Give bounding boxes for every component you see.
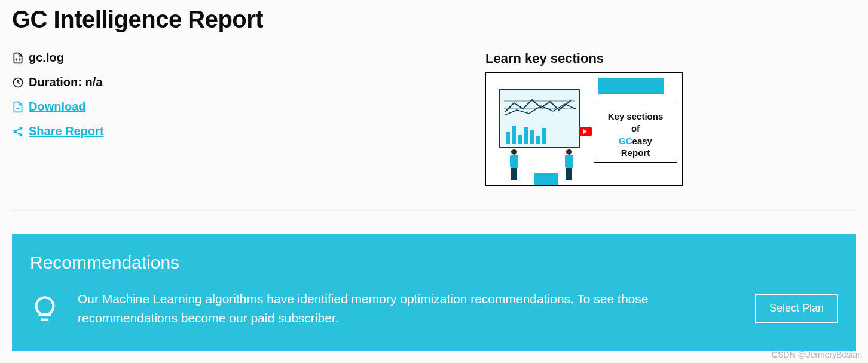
thumb-card-line: Key sections — [594, 111, 677, 123]
thumb-chart-illustration — [499, 89, 580, 148]
duration-text: Duration: n/a — [29, 75, 102, 89]
thumb-chart-line — [505, 97, 577, 121]
thumb-card-line: of — [594, 123, 677, 135]
clock-icon — [12, 77, 24, 89]
learn-heading: Learn key sections — [485, 51, 856, 66]
youtube-play-icon — [579, 127, 592, 136]
lightbulb-icon — [30, 291, 60, 327]
recommendations-text: Our Machine Learning algorithms have ide… — [78, 289, 737, 327]
thumb-accent-bar — [534, 173, 558, 185]
code-file-icon — [12, 52, 24, 64]
filename-text: gc.log — [29, 51, 64, 65]
thumb-title-card: Key sections of GCeasy Report — [594, 103, 677, 163]
filename-row: gc.log — [12, 51, 461, 65]
download-link[interactable]: Download — [29, 100, 86, 114]
thumb-card-line: Report — [594, 147, 677, 159]
select-plan-button[interactable]: Select Plan — [755, 294, 838, 323]
svg-point-3 — [14, 130, 17, 133]
thumb-card-line: GCeasy — [594, 135, 677, 147]
download-row: Download — [12, 100, 461, 114]
meta-column: gc.log Duration: n/a — [12, 51, 461, 186]
share-row: Share Report — [12, 124, 461, 138]
thumb-person-icon — [564, 149, 574, 182]
share-report-link[interactable]: Share Report — [29, 124, 104, 138]
thumb-person-icon — [509, 149, 519, 182]
share-icon — [12, 126, 24, 138]
recommendations-title: Recommendations — [30, 252, 838, 273]
page-title: GC Intelligence Report — [12, 0, 856, 51]
svg-point-4 — [20, 133, 23, 136]
pdf-file-icon — [12, 101, 24, 113]
recommendations-panel: Recommendations Our Machine Learning alg… — [12, 234, 856, 351]
svg-point-2 — [20, 126, 23, 129]
learn-video-thumbnail[interactable]: Key sections of GCeasy Report — [485, 72, 683, 186]
thumb-accent-bar — [598, 78, 664, 94]
recommendations-body: Our Machine Learning algorithms have ide… — [30, 289, 838, 327]
duration-row: Duration: n/a — [12, 75, 461, 89]
learn-column: Learn key sections Key sections of GCeas… — [485, 51, 856, 186]
report-meta-row: gc.log Duration: n/a — [12, 51, 856, 211]
